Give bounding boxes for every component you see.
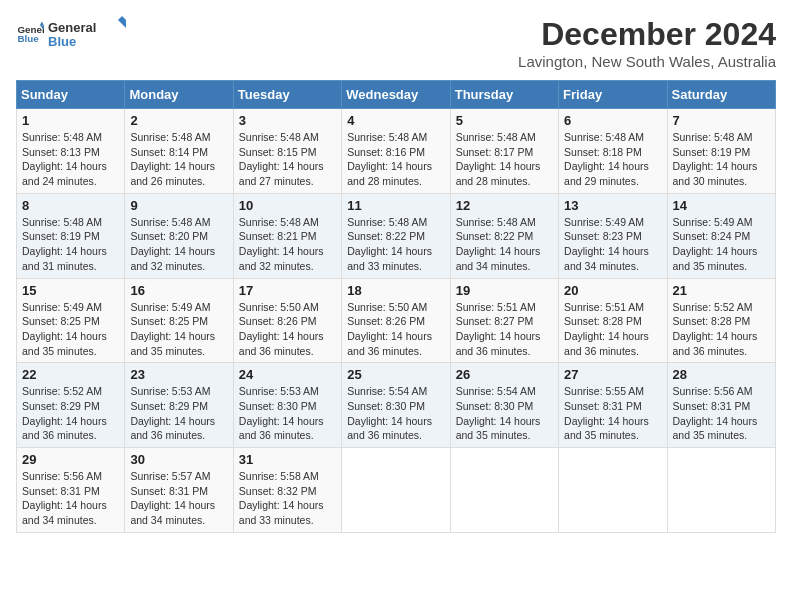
calendar-day-cell: 27 Sunrise: 5:55 AM Sunset: 8:31 PM Dayl… (559, 363, 667, 448)
day-header-monday: Monday (125, 81, 233, 109)
calendar-day-cell: 21 Sunrise: 5:52 AM Sunset: 8:28 PM Dayl… (667, 278, 775, 363)
day-info: Sunrise: 5:48 AM Sunset: 8:22 PM Dayligh… (347, 215, 444, 274)
calendar-day-cell: 5 Sunrise: 5:48 AM Sunset: 8:17 PM Dayli… (450, 109, 558, 194)
calendar-day-cell: 6 Sunrise: 5:48 AM Sunset: 8:18 PM Dayli… (559, 109, 667, 194)
day-header-saturday: Saturday (667, 81, 775, 109)
header: General Blue General Blue December 2024 … (16, 16, 776, 70)
day-info: Sunrise: 5:48 AM Sunset: 8:19 PM Dayligh… (22, 215, 119, 274)
svg-text:Blue: Blue (17, 33, 39, 44)
day-number: 7 (673, 113, 770, 128)
calendar-week-row: 29 Sunrise: 5:56 AM Sunset: 8:31 PM Dayl… (17, 448, 776, 533)
calendar-day-cell: 19 Sunrise: 5:51 AM Sunset: 8:27 PM Dayl… (450, 278, 558, 363)
day-number: 21 (673, 283, 770, 298)
empty-cell (450, 448, 558, 533)
calendar-day-cell: 16 Sunrise: 5:49 AM Sunset: 8:25 PM Dayl… (125, 278, 233, 363)
day-info: Sunrise: 5:51 AM Sunset: 8:28 PM Dayligh… (564, 300, 661, 359)
page-subtitle: Lavington, New South Wales, Australia (518, 53, 776, 70)
calendar-week-row: 22 Sunrise: 5:52 AM Sunset: 8:29 PM Dayl… (17, 363, 776, 448)
day-header-friday: Friday (559, 81, 667, 109)
day-number: 15 (22, 283, 119, 298)
calendar-day-cell: 22 Sunrise: 5:52 AM Sunset: 8:29 PM Dayl… (17, 363, 125, 448)
svg-text:General: General (48, 20, 96, 35)
empty-cell (559, 448, 667, 533)
calendar-day-cell: 20 Sunrise: 5:51 AM Sunset: 8:28 PM Dayl… (559, 278, 667, 363)
calendar-day-cell: 7 Sunrise: 5:48 AM Sunset: 8:19 PM Dayli… (667, 109, 775, 194)
day-number: 16 (130, 283, 227, 298)
day-info: Sunrise: 5:55 AM Sunset: 8:31 PM Dayligh… (564, 384, 661, 443)
calendar-day-cell: 14 Sunrise: 5:49 AM Sunset: 8:24 PM Dayl… (667, 193, 775, 278)
empty-cell (342, 448, 450, 533)
day-info: Sunrise: 5:48 AM Sunset: 8:19 PM Dayligh… (673, 130, 770, 189)
day-info: Sunrise: 5:50 AM Sunset: 8:26 PM Dayligh… (347, 300, 444, 359)
day-number: 17 (239, 283, 336, 298)
day-number: 1 (22, 113, 119, 128)
day-number: 19 (456, 283, 553, 298)
svg-marker-6 (118, 16, 126, 20)
day-info: Sunrise: 5:57 AM Sunset: 8:31 PM Dayligh… (130, 469, 227, 528)
calendar-day-cell: 13 Sunrise: 5:49 AM Sunset: 8:23 PM Dayl… (559, 193, 667, 278)
day-number: 3 (239, 113, 336, 128)
day-number: 12 (456, 198, 553, 213)
calendar-day-cell: 23 Sunrise: 5:53 AM Sunset: 8:29 PM Dayl… (125, 363, 233, 448)
day-header-tuesday: Tuesday (233, 81, 341, 109)
day-number: 10 (239, 198, 336, 213)
svg-text:Blue: Blue (48, 34, 76, 49)
day-info: Sunrise: 5:48 AM Sunset: 8:16 PM Dayligh… (347, 130, 444, 189)
day-number: 25 (347, 367, 444, 382)
day-number: 27 (564, 367, 661, 382)
day-info: Sunrise: 5:48 AM Sunset: 8:14 PM Dayligh… (130, 130, 227, 189)
day-info: Sunrise: 5:53 AM Sunset: 8:30 PM Dayligh… (239, 384, 336, 443)
day-info: Sunrise: 5:48 AM Sunset: 8:17 PM Dayligh… (456, 130, 553, 189)
day-info: Sunrise: 5:58 AM Sunset: 8:32 PM Dayligh… (239, 469, 336, 528)
calendar-day-cell: 30 Sunrise: 5:57 AM Sunset: 8:31 PM Dayl… (125, 448, 233, 533)
calendar-day-cell: 8 Sunrise: 5:48 AM Sunset: 8:19 PM Dayli… (17, 193, 125, 278)
calendar-day-cell: 29 Sunrise: 5:56 AM Sunset: 8:31 PM Dayl… (17, 448, 125, 533)
day-header-thursday: Thursday (450, 81, 558, 109)
day-info: Sunrise: 5:56 AM Sunset: 8:31 PM Dayligh… (22, 469, 119, 528)
day-number: 13 (564, 198, 661, 213)
day-header-sunday: Sunday (17, 81, 125, 109)
day-number: 28 (673, 367, 770, 382)
day-number: 26 (456, 367, 553, 382)
calendar-day-cell: 1 Sunrise: 5:48 AM Sunset: 8:13 PM Dayli… (17, 109, 125, 194)
day-info: Sunrise: 5:50 AM Sunset: 8:26 PM Dayligh… (239, 300, 336, 359)
day-info: Sunrise: 5:48 AM Sunset: 8:13 PM Dayligh… (22, 130, 119, 189)
day-number: 20 (564, 283, 661, 298)
calendar-week-row: 8 Sunrise: 5:48 AM Sunset: 8:19 PM Dayli… (17, 193, 776, 278)
day-number: 22 (22, 367, 119, 382)
logo: General Blue General Blue (16, 16, 128, 52)
calendar-week-row: 15 Sunrise: 5:49 AM Sunset: 8:25 PM Dayl… (17, 278, 776, 363)
day-number: 29 (22, 452, 119, 467)
calendar-day-cell: 24 Sunrise: 5:53 AM Sunset: 8:30 PM Dayl… (233, 363, 341, 448)
day-number: 8 (22, 198, 119, 213)
day-number: 4 (347, 113, 444, 128)
day-info: Sunrise: 5:48 AM Sunset: 8:21 PM Dayligh… (239, 215, 336, 274)
day-info: Sunrise: 5:49 AM Sunset: 8:24 PM Dayligh… (673, 215, 770, 274)
day-number: 5 (456, 113, 553, 128)
calendar-day-cell: 3 Sunrise: 5:48 AM Sunset: 8:15 PM Dayli… (233, 109, 341, 194)
day-info: Sunrise: 5:54 AM Sunset: 8:30 PM Dayligh… (456, 384, 553, 443)
calendar-day-cell: 26 Sunrise: 5:54 AM Sunset: 8:30 PM Dayl… (450, 363, 558, 448)
calendar-day-cell: 12 Sunrise: 5:48 AM Sunset: 8:22 PM Dayl… (450, 193, 558, 278)
calendar-day-cell: 9 Sunrise: 5:48 AM Sunset: 8:20 PM Dayli… (125, 193, 233, 278)
calendar-day-cell: 18 Sunrise: 5:50 AM Sunset: 8:26 PM Dayl… (342, 278, 450, 363)
day-number: 31 (239, 452, 336, 467)
calendar-day-cell: 15 Sunrise: 5:49 AM Sunset: 8:25 PM Dayl… (17, 278, 125, 363)
title-area: December 2024 Lavington, New South Wales… (518, 16, 776, 70)
calendar-day-cell: 17 Sunrise: 5:50 AM Sunset: 8:26 PM Dayl… (233, 278, 341, 363)
calendar-day-cell: 10 Sunrise: 5:48 AM Sunset: 8:21 PM Dayl… (233, 193, 341, 278)
calendar-day-cell: 28 Sunrise: 5:56 AM Sunset: 8:31 PM Dayl… (667, 363, 775, 448)
day-info: Sunrise: 5:49 AM Sunset: 8:25 PM Dayligh… (22, 300, 119, 359)
day-number: 24 (239, 367, 336, 382)
day-number: 11 (347, 198, 444, 213)
empty-cell (667, 448, 775, 533)
day-number: 18 (347, 283, 444, 298)
calendar-day-cell: 4 Sunrise: 5:48 AM Sunset: 8:16 PM Dayli… (342, 109, 450, 194)
calendar-header-row: SundayMondayTuesdayWednesdayThursdayFrid… (17, 81, 776, 109)
day-number: 6 (564, 113, 661, 128)
day-info: Sunrise: 5:48 AM Sunset: 8:20 PM Dayligh… (130, 215, 227, 274)
day-info: Sunrise: 5:48 AM Sunset: 8:18 PM Dayligh… (564, 130, 661, 189)
calendar-day-cell: 31 Sunrise: 5:58 AM Sunset: 8:32 PM Dayl… (233, 448, 341, 533)
logo-icon: General Blue (16, 20, 44, 48)
day-info: Sunrise: 5:54 AM Sunset: 8:30 PM Dayligh… (347, 384, 444, 443)
